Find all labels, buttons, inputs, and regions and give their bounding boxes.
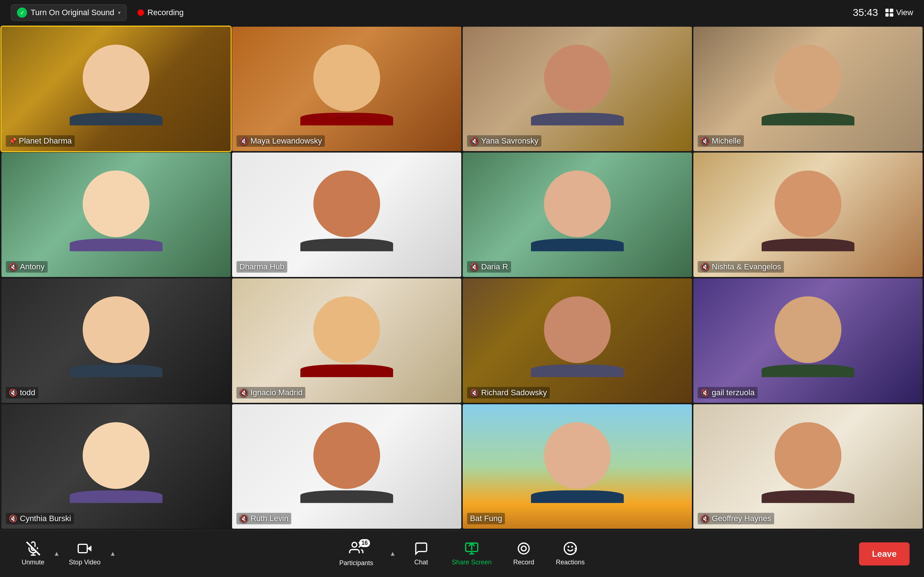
bottombar-center: 16 Participants ▲ Chat Share Screen (332, 537, 592, 571)
video-cell: 🔇gail terzuola (693, 279, 922, 403)
participant-name: 🔇Geoffrey Haynes (698, 513, 774, 524)
video-cell: Dharma Hub (232, 153, 461, 277)
reactions-icon (563, 541, 577, 556)
participant-name: 🔇Antony (6, 261, 48, 272)
topbar-left: ✓ Turn On Original Sound ▾ Recording (11, 4, 184, 21)
participant-name: 🔇Ruth Levin (236, 513, 291, 524)
video-icon (78, 541, 92, 556)
participant-name: 🔇todd (6, 387, 38, 398)
video-cell: Bat Fung (463, 404, 692, 529)
shield-icon: ✓ (17, 8, 27, 18)
pin-icon: 📌 (9, 137, 16, 145)
video-cell: 🔇Geoffrey Haynes (693, 404, 922, 529)
unmute-chevron-icon[interactable]: ▲ (52, 548, 62, 559)
mute-icon: 🔇 (239, 388, 248, 397)
chevron-down-icon: ▾ (118, 10, 121, 16)
mute-icon: 🔇 (239, 514, 248, 523)
view-button[interactable]: View (885, 8, 913, 17)
video-grid: 📌Planet Dharma🔇Maya Lewandowsky🔇Yana Sav… (0, 25, 924, 530)
mute-icon: 🔇 (470, 137, 479, 145)
mute-icon: 🔇 (701, 388, 709, 397)
grid-icon (885, 9, 893, 16)
recording-indicator: Recording (137, 8, 184, 17)
share-screen-icon (465, 541, 479, 556)
record-button[interactable]: Record (506, 538, 541, 570)
mute-icon: 🔇 (701, 514, 709, 523)
mute-icon: 🔇 (701, 137, 709, 145)
video-cell: 📌Planet Dharma (2, 27, 231, 151)
topbar-right: 35:43 View (853, 7, 913, 18)
unmute-button[interactable]: Unmute (15, 538, 52, 570)
record-label: Record (513, 559, 534, 566)
participant-name: Dharma Hub (236, 261, 287, 272)
unmute-label: Unmute (22, 559, 44, 566)
stop-video-label: Stop Video (69, 559, 101, 566)
participant-name: 🔇Maya Lewandowsky (236, 135, 325, 147)
video-cell: 🔇todd (2, 279, 231, 403)
participant-name: 🔇Michelle (698, 135, 744, 147)
video-cell: 🔇Maya Lewandowsky (232, 27, 461, 151)
participant-name: 🔇gail terzuola (698, 387, 758, 398)
participant-name: 🔇Ignacio Madrid (236, 387, 305, 398)
bottombar: Unmute ▲ Stop Video ▲ 16 Participants (0, 530, 924, 577)
share-screen-button[interactable]: Share Screen (445, 538, 499, 570)
participants-label: Participants (339, 559, 373, 567)
reactions-label: Reactions (556, 559, 585, 566)
leave-button[interactable]: Leave (859, 542, 909, 566)
participants-button[interactable]: 16 Participants (332, 537, 380, 571)
video-cell: 🔇Ruth Levin (232, 404, 461, 529)
recording-label: Recording (148, 8, 184, 17)
participant-name: 🔇Nishta & Evangelos (698, 261, 784, 272)
participant-name: 📌Planet Dharma (6, 135, 75, 147)
mute-icon: 🔇 (470, 263, 479, 271)
mute-icon: 🔇 (470, 388, 479, 397)
microphone-muted-icon (26, 541, 40, 556)
svg-rect-4 (78, 544, 87, 553)
participant-count-badge: 16 (359, 539, 370, 547)
mute-icon: 🔇 (239, 137, 248, 145)
video-cell: 🔇Antony (2, 153, 231, 277)
video-cell: 🔇Michelle (693, 27, 922, 151)
meeting-timer: 35:43 (853, 7, 878, 18)
mute-icon: 🔇 (9, 263, 18, 271)
svg-point-10 (518, 543, 529, 554)
video-chevron-icon[interactable]: ▲ (108, 548, 118, 559)
participants-chevron-icon[interactable]: ▲ (388, 548, 398, 559)
participant-name: 🔇Yana Savronsky (467, 135, 541, 147)
record-icon (517, 541, 531, 556)
video-cell: 🔇Nishta & Evangelos (693, 153, 922, 277)
original-sound-button[interactable]: ✓ Turn On Original Sound ▾ (11, 4, 127, 21)
chat-icon (414, 541, 428, 556)
video-cell: 🔇Ignacio Madrid (232, 279, 461, 403)
chat-button[interactable]: Chat (405, 538, 438, 570)
svg-marker-3 (87, 546, 91, 552)
reactions-button[interactable]: Reactions (549, 538, 592, 570)
mute-icon: 🔇 (9, 514, 18, 523)
bottombar-left: Unmute ▲ Stop Video ▲ (15, 538, 118, 570)
video-cell: 🔇Daria R (463, 153, 692, 277)
svg-point-5 (352, 542, 357, 547)
chat-label: Chat (414, 559, 428, 566)
share-screen-label: Share Screen (452, 559, 492, 566)
mute-icon: 🔇 (701, 263, 709, 271)
participant-name: 🔇Cynthia Burski (6, 513, 74, 524)
bottombar-right: Leave (859, 542, 909, 566)
participants-icon-wrapper: 16 (349, 541, 363, 556)
topbar: ✓ Turn On Original Sound ▾ Recording 35:… (0, 0, 924, 25)
participant-name: 🔇Richard Sadowsky (467, 387, 550, 398)
svg-point-11 (521, 546, 526, 551)
participant-name: Bat Fung (467, 513, 505, 524)
stop-video-button[interactable]: Stop Video (62, 538, 108, 570)
video-cell: 🔇Yana Savronsky (463, 27, 692, 151)
participant-name: 🔇Daria R (467, 261, 511, 272)
original-sound-label: Turn On Original Sound (31, 8, 115, 17)
record-dot-icon (137, 10, 144, 16)
mute-icon: 🔇 (9, 388, 18, 397)
video-cell: 🔇Richard Sadowsky (463, 279, 692, 403)
view-label: View (896, 8, 913, 17)
video-cell: 🔇Cynthia Burski (2, 404, 231, 529)
